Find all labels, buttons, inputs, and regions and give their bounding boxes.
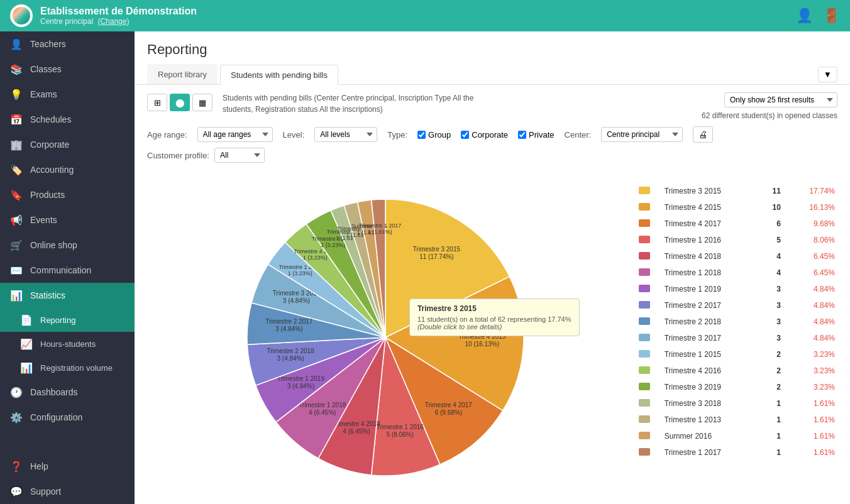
- top-header: Etablissement de Démonstration Centre pr…: [0, 0, 850, 31]
- legend-row[interactable]: Trimestre 4 2018 4 6.45%: [636, 248, 837, 265]
- svg-text:3 (4.84%): 3 (4.84%): [275, 326, 302, 332]
- header-left: Etablissement de Démonstration Centre pr…: [10, 4, 197, 27]
- communication-icon: ✉️: [10, 265, 23, 277]
- legend-row[interactable]: Trimestre 1 2017 1 1.61%: [636, 444, 837, 461]
- classes-icon: 📚: [10, 63, 23, 75]
- legend-row[interactable]: Trimestre 2 2018 3 4.84%: [636, 314, 837, 330]
- age-range-label: Age range:: [147, 130, 187, 140]
- type-group-checkbox[interactable]: [417, 131, 426, 139]
- sidebar-item-support[interactable]: 💬 Support: [0, 479, 135, 504]
- legend-row[interactable]: Trimestre 3 2015 11 17.74%: [636, 183, 837, 199]
- sidebar-item-products[interactable]: 🔖 Products: [0, 182, 135, 207]
- sidebar-item-configuration[interactable]: ⚙️ Configuration: [0, 405, 135, 430]
- svg-text:11 (17.74%): 11 (17.74%): [419, 253, 453, 260]
- legend-row[interactable]: Trimestre 1 2013 1 1.61%: [636, 412, 837, 428]
- svg-text:1 (1.61%): 1 (1.61%): [368, 228, 392, 234]
- svg-text:6 (9.68%): 6 (9.68%): [435, 408, 462, 415]
- results-select[interactable]: Only show 25 first results: [724, 92, 837, 107]
- level-select[interactable]: All levels: [314, 127, 377, 142]
- sidebar-item-reporting[interactable]: 📄 Reporting: [0, 308, 135, 332]
- type-private-label[interactable]: Private: [518, 130, 554, 140]
- statistics-icon: 📊: [10, 290, 23, 302]
- sidebar-label-schedules: Schedules: [30, 114, 71, 124]
- tabs-bar: Report library Students with pending bil…: [135, 64, 850, 85]
- header-title-block: Etablissement de Démonstration Centre pr…: [40, 6, 197, 26]
- view-bar-button[interactable]: ▦: [192, 94, 213, 111]
- legend-row[interactable]: Trimestre 1 2018 4 6.45%: [636, 265, 837, 281]
- print-button[interactable]: 🖨: [693, 126, 713, 143]
- legend-row[interactable]: Trimestre 1 2019 3 4.84%: [636, 281, 837, 297]
- sidebar-item-accounting[interactable]: 🏷️ Accounting: [0, 157, 135, 182]
- tab-report-library[interactable]: Report library: [147, 64, 218, 84]
- type-private-checkbox[interactable]: [518, 131, 526, 139]
- support-icon: 💬: [10, 486, 23, 498]
- view-pie-button[interactable]: ⬤: [170, 94, 190, 111]
- sidebar-item-teachers[interactable]: 👤 Teachers: [0, 31, 135, 57]
- tab-students-pending-bills[interactable]: Students with pending bills: [220, 65, 338, 85]
- sidebar-item-corporate[interactable]: 🏢 Corporate: [0, 132, 135, 157]
- legend-row[interactable]: Trimestre 1 2016 5 8.06%: [636, 232, 837, 248]
- results-count: 62 different student(s) in opened classe…: [702, 111, 837, 120]
- sidebar-item-help[interactable]: ❓ Help: [0, 454, 135, 479]
- exams-icon: 💡: [10, 89, 23, 101]
- svg-text:3 (4.84%): 3 (4.84%): [287, 382, 314, 389]
- logout-icon[interactable]: 🚪: [823, 8, 840, 24]
- svg-text:5 (8.06%): 5 (8.06%): [387, 431, 414, 438]
- type-corporate-checkbox[interactable]: [461, 131, 469, 139]
- legend-row[interactable]: Trimestre 3 2017 3 4.84%: [636, 330, 837, 346]
- svg-text:Trimestre 1 2017: Trimestre 1 2017: [358, 222, 401, 228]
- sidebar-item-classes[interactable]: 📚 Classes: [0, 57, 135, 82]
- sidebar-item-hours-students[interactable]: 📈 Hours-students: [0, 332, 135, 356]
- header-right: 👤 🚪: [796, 8, 840, 24]
- age-range-select[interactable]: All age ranges: [197, 127, 273, 142]
- legend-row[interactable]: Trimestre 3 2019 2 3.23%: [636, 379, 837, 395]
- sidebar-item-communication[interactable]: ✉️ Communication: [0, 258, 135, 283]
- sidebar-item-online-shop[interactable]: 🛒 Online shop: [0, 233, 135, 258]
- legend-row[interactable]: Trimestre 4 2015 10 16.13%: [636, 199, 837, 216]
- sidebar-item-dashboards[interactable]: 🕐 Dashboards: [0, 380, 135, 405]
- corporate-icon: 🏢: [10, 139, 23, 151]
- sidebar-item-statistics[interactable]: 📊 Statistics: [0, 283, 135, 308]
- legend-row[interactable]: Summer 2016 1 1.61%: [636, 428, 837, 444]
- sidebar-label-configuration: Configuration: [30, 412, 82, 422]
- logo-arc: [13, 7, 30, 25]
- user-icon[interactable]: 👤: [796, 8, 813, 24]
- type-corporate-label[interactable]: Corporate: [461, 130, 508, 140]
- svg-text:Trimestre 1 2016: Trimestre 1 2016: [377, 424, 424, 430]
- tab-dropdown-button[interactable]: ▼: [818, 67, 837, 82]
- legend-container: Trimestre 3 2015 11 17.74% Trimestre 4 2…: [636, 177, 837, 498]
- sidebar-item-schedules[interactable]: 📅 Schedules: [0, 107, 135, 132]
- pie-container: Trimestre 3 201511 (17.74%)Trimestre 4 2…: [147, 177, 624, 498]
- legend-row[interactable]: Trimestre 3 2018 1 1.61%: [636, 395, 837, 412]
- view-buttons: ⊞ ⬤ ▦: [147, 94, 213, 111]
- sidebar-label-communication: Communication: [30, 265, 91, 275]
- sidebar-item-events[interactable]: 📢 Events: [0, 207, 135, 233]
- legend-row[interactable]: Trimestre 4 2016 2 3.23%: [636, 363, 837, 379]
- schedules-icon: 📅: [10, 114, 23, 126]
- legend-row[interactable]: Trimestre 4 2017 6 9.68%: [636, 216, 837, 232]
- sidebar-label-events: Events: [30, 215, 57, 225]
- view-grid-button[interactable]: ⊞: [147, 94, 167, 111]
- svg-text:1 (3.23%): 1 (3.23%): [321, 241, 345, 248]
- sidebar-item-registration-volume[interactable]: 📊 Registration volume: [0, 356, 135, 380]
- svg-text:10 (16.13%): 10 (16.13%): [465, 340, 499, 347]
- filter-description: Students with pending bills (Center Cent…: [223, 92, 487, 115]
- reporting-icon: 📄: [20, 314, 33, 326]
- pie-chart-svg: Trimestre 3 201511 (17.74%)Trimestre 4 2…: [228, 180, 543, 495]
- svg-text:Trimestre 4 2018: Trimestre 4 2018: [333, 420, 380, 427]
- accounting-icon: 🏷️: [10, 164, 23, 176]
- center-label: Center:: [565, 130, 592, 140]
- sidebar-item-exams[interactable]: 💡 Exams: [0, 82, 135, 107]
- type-group-label[interactable]: Group: [417, 130, 451, 140]
- customer-profile-select[interactable]: All: [214, 148, 265, 163]
- legend-row[interactable]: Trimestre 1 2015 2 3.23%: [636, 346, 837, 363]
- sidebar-label-hours-students: Hours-students: [40, 339, 96, 349]
- svg-text:3 (4.84%): 3 (4.84%): [277, 355, 304, 362]
- svg-text:Trimestre 4 2015: Trimestre 4 2015: [458, 332, 506, 339]
- online-shop-icon: 🛒: [10, 239, 23, 251]
- center-select[interactable]: Centre principal: [601, 127, 683, 142]
- svg-text:1 (3.23%): 1 (3.23%): [303, 254, 328, 260]
- legend-row[interactable]: Trimestre 2 2017 3 4.84%: [636, 297, 837, 314]
- svg-text:Trimestre 2 2018: Trimestre 2 2018: [267, 348, 315, 354]
- sidebar-label-corporate: Corporate: [30, 140, 69, 150]
